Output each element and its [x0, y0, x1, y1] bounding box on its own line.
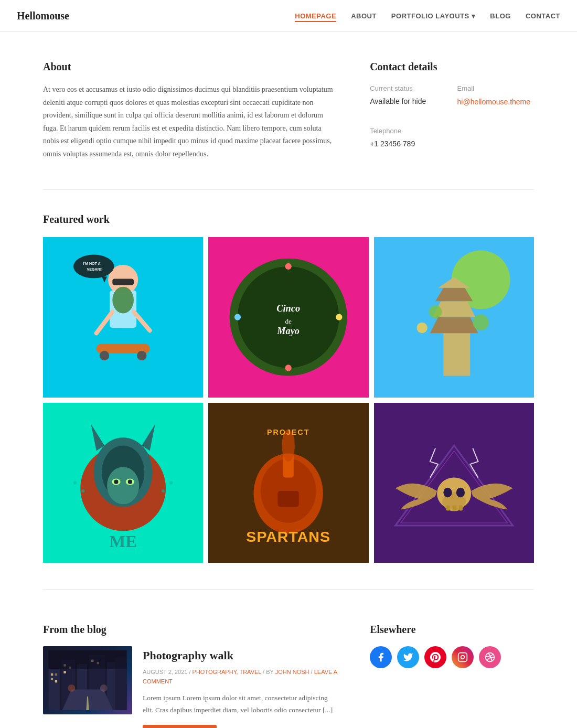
svg-rect-23	[443, 334, 470, 376]
svg-point-57	[443, 488, 452, 497]
svg-rect-82	[48, 650, 126, 669]
svg-point-21	[234, 314, 241, 320]
svg-rect-64	[51, 673, 53, 676]
portfolio-item-1[interactable]: I'M NOT A VEGAN!!	[43, 237, 203, 397]
blog-date: AUGUST 2, 2021	[143, 669, 187, 675]
blog-categories[interactable]: PHOTOGRAPHY, TRAVEL	[193, 669, 261, 675]
email-block: Email hi@hellomouse.theme	[457, 83, 534, 115]
svg-marker-39	[91, 424, 104, 451]
contact-title: Contact details	[370, 58, 534, 75]
svg-point-44	[169, 481, 173, 484]
featured-work-section: Featured work I'M NOT A VEGAN!!	[43, 195, 534, 573]
section-divider	[43, 189, 534, 190]
blog-post-title: Photography walk	[143, 646, 338, 665]
nav-links-list: HOMEPAGE ABOUT PORTFOLIO LAYOUTS ▾ BLOG …	[295, 9, 560, 22]
blog-thumbnail	[43, 646, 132, 714]
contact-panel: Contact details Current status Available…	[370, 58, 534, 163]
svg-point-80	[68, 684, 75, 692]
blog-excerpt: Lorem ipsum Lorem ipsum dolor sit amet, …	[143, 692, 338, 716]
svg-point-30	[416, 323, 427, 333]
about-contact-section: About At vero eos et accusamus et iusto …	[43, 32, 534, 184]
svg-text:I'M NOT A: I'M NOT A	[83, 262, 100, 266]
svg-rect-63	[48, 669, 60, 710]
telephone-label: Telephone	[370, 126, 446, 137]
nav-about[interactable]: ABOUT	[351, 12, 377, 20]
svg-text:Mayo: Mayo	[277, 326, 300, 337]
contact-grid: Current status Available for hide Email …	[370, 83, 534, 163]
blog-title: From the blog	[43, 621, 338, 638]
nav-contact[interactable]: CONTACT	[526, 12, 560, 20]
featured-grid: I'M NOT A VEGAN!! Cinco	[43, 237, 534, 563]
about-body: At vero eos et accusamus et iusto odio d…	[43, 83, 338, 160]
svg-rect-66	[51, 678, 53, 680]
svg-rect-61	[458, 505, 462, 510]
pinterest-icon[interactable]	[424, 646, 446, 668]
portfolio-item-3[interactable]	[374, 237, 534, 397]
elsewhere-title: Elsewhere	[370, 621, 534, 638]
svg-marker-24	[430, 317, 478, 334]
svg-text:Cinco: Cinco	[277, 304, 301, 314]
nav-portfolio[interactable]: PORTFOLIO LAYOUTS ▾	[391, 12, 475, 20]
svg-point-19	[336, 314, 343, 320]
svg-point-43	[81, 489, 84, 493]
section-divider-2	[43, 589, 534, 590]
portfolio-item-5[interactable]: PROJECT SPARTANS	[208, 403, 368, 563]
svg-rect-83	[458, 653, 467, 662]
blog-thumbnail-image	[43, 646, 132, 714]
svg-point-34	[107, 467, 139, 504]
svg-point-38	[128, 479, 132, 484]
blog-elsewhere-section: From the blog	[43, 595, 534, 728]
blog-by: / BY	[263, 669, 275, 675]
blog-post-content: Photography walk AUGUST 2, 2021 / PHOTOG…	[143, 646, 338, 728]
dribbble-icon[interactable]	[479, 646, 501, 668]
svg-rect-50	[278, 491, 300, 507]
svg-point-2	[112, 287, 134, 314]
svg-text:SPARTANS: SPARTANS	[247, 528, 331, 544]
instagram-icon[interactable]	[452, 646, 474, 668]
portfolio-item-6[interactable]	[374, 403, 534, 563]
site-logo[interactable]: Hellomouse	[17, 7, 69, 24]
facebook-icon[interactable]	[370, 646, 392, 668]
svg-text:de: de	[285, 317, 292, 325]
blog-post-meta: AUGUST 2, 2021 / PHOTOGRAPHY, TRAVEL / B…	[143, 668, 338, 686]
svg-rect-65	[55, 673, 57, 676]
status-block: Current status Available for hide	[370, 83, 446, 115]
svg-point-20	[285, 365, 292, 371]
svg-point-29	[473, 315, 489, 331]
telephone-block: Telephone +1 23456 789	[370, 126, 446, 158]
social-icons-list	[370, 646, 534, 668]
svg-point-58	[456, 488, 464, 497]
svg-point-4	[73, 255, 114, 279]
blog-post: Photography walk AUGUST 2, 2021 / PHOTOG…	[43, 646, 338, 728]
elsewhere-section: Elsewhere	[370, 621, 534, 728]
portfolio-item-2[interactable]: Cinco de Mayo	[208, 237, 368, 397]
blog-author[interactable]: JOHN NOSH	[275, 669, 309, 675]
svg-point-37	[114, 479, 118, 484]
svg-point-28	[429, 306, 441, 318]
svg-rect-59	[446, 505, 450, 510]
email-label: Email	[457, 83, 534, 94]
svg-point-9	[100, 351, 109, 360]
svg-point-18	[285, 263, 292, 270]
blog-section: From the blog	[43, 621, 338, 728]
svg-marker-40	[142, 424, 155, 451]
telephone-value: +1 23456 789	[370, 138, 446, 149]
nav-homepage[interactable]: HOMEPAGE	[295, 12, 336, 22]
svg-point-81	[100, 684, 108, 692]
svg-point-10	[137, 351, 146, 360]
svg-marker-5	[102, 277, 107, 283]
featured-title: Featured work	[43, 211, 534, 228]
svg-rect-60	[452, 505, 456, 510]
twitter-icon[interactable]	[397, 646, 419, 668]
portfolio-item-4[interactable]: ME	[43, 403, 203, 563]
svg-point-42	[73, 481, 77, 484]
svg-rect-67	[55, 680, 57, 682]
main-content: About At vero eos et accusamus et iusto …	[26, 32, 551, 728]
svg-point-45	[162, 489, 165, 493]
read-more-button[interactable]: Read More	[143, 725, 217, 728]
about-title: About	[43, 58, 338, 75]
email-link[interactable]: hi@hellomouse.theme	[457, 98, 531, 106]
nav-blog[interactable]: BLOG	[490, 12, 511, 20]
status-label: Current status	[370, 83, 446, 94]
status-value: Available for hide	[370, 95, 446, 107]
